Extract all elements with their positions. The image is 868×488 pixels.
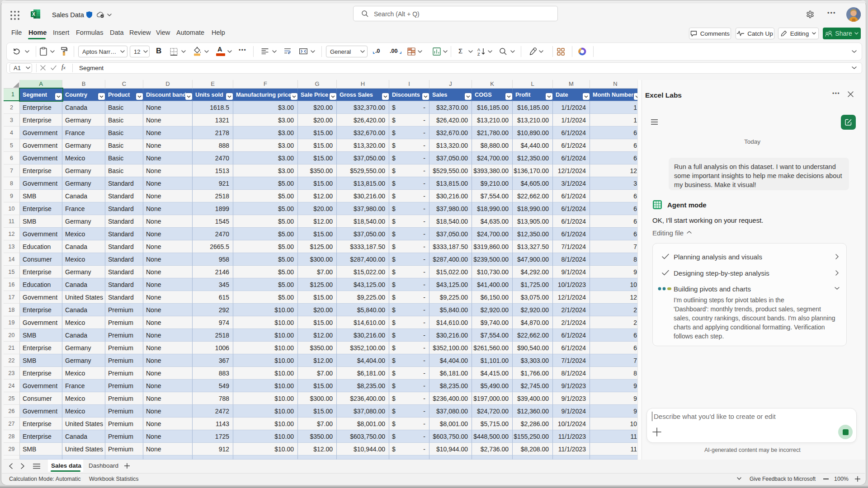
- svg-text:A: A: [477, 47, 480, 52]
- svg-text:X: X: [32, 11, 35, 17]
- svg-text:Z: Z: [477, 52, 480, 56]
